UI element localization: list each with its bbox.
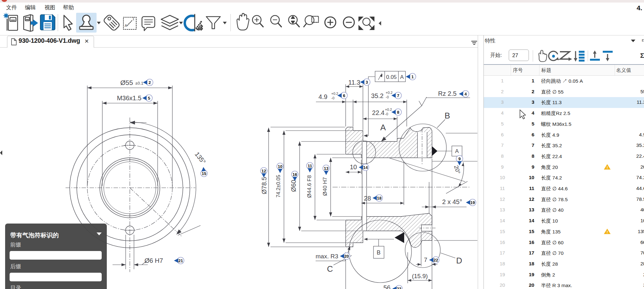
svg-text:1: 1 bbox=[411, 74, 413, 79]
svg-text:1: 1 bbox=[132, 17, 134, 21]
svg-text:Ø44.6 F8: Ø44.6 F8 bbox=[306, 175, 312, 198]
svg-text:12: 12 bbox=[262, 169, 266, 173]
svg-text:2: 2 bbox=[148, 80, 151, 85]
svg-text:19: 19 bbox=[470, 200, 475, 205]
svg-text:18: 18 bbox=[377, 196, 381, 201]
svg-text:Ø40 H7: Ø40 H7 bbox=[322, 177, 328, 196]
svg-text:11: 11 bbox=[308, 164, 312, 168]
svg-text:-0: -0 bbox=[385, 112, 388, 116]
svg-text:M36x1.5: M36x1.5 bbox=[117, 95, 142, 102]
svg-text:3: 3 bbox=[365, 80, 368, 85]
svg-text:20°: 20° bbox=[453, 164, 461, 175]
svg-text:+0.2: +0.2 bbox=[386, 91, 393, 95]
svg-text:135°: 135° bbox=[193, 151, 207, 165]
svg-text:13: 13 bbox=[324, 166, 328, 171]
svg-text:4.9: 4.9 bbox=[318, 93, 327, 100]
svg-text:(15.9): (15.9) bbox=[412, 273, 428, 279]
svg-text:22.4: 22.4 bbox=[372, 109, 385, 116]
svg-text:Rz 2.5: Rz 2.5 bbox=[438, 90, 457, 97]
svg-text:21: 21 bbox=[178, 258, 183, 263]
svg-text:+0.2: +0.2 bbox=[331, 92, 338, 95]
svg-text:11.3: 11.3 bbox=[348, 79, 360, 86]
svg-text:Ø60: Ø60 bbox=[290, 180, 297, 192]
svg-text:5: 5 bbox=[148, 96, 150, 101]
svg-text:4: 4 bbox=[464, 92, 467, 96]
svg-text:28: 28 bbox=[364, 195, 371, 202]
svg-text:56: 56 bbox=[383, 284, 390, 289]
svg-text:0.05: 0.05 bbox=[386, 74, 397, 80]
svg-text:+0.2: +0.2 bbox=[385, 108, 392, 111]
svg-text:2 x 45°: 2 x 45° bbox=[442, 198, 462, 205]
svg-text:23: 23 bbox=[397, 286, 401, 289]
svg-text:A: A bbox=[125, 24, 127, 27]
svg-text:74.2±0.05: 74.2±0.05 bbox=[276, 175, 281, 197]
svg-text:-0: -0 bbox=[386, 95, 389, 99]
svg-text:C: C bbox=[327, 264, 333, 274]
svg-text:22: 22 bbox=[434, 258, 438, 262]
svg-text:14: 14 bbox=[363, 165, 368, 170]
svg-text:16: 16 bbox=[293, 172, 297, 177]
svg-text:10: 10 bbox=[278, 164, 282, 169]
svg-text:35.2: 35.2 bbox=[371, 92, 384, 99]
svg-text:A: A bbox=[455, 148, 459, 154]
svg-text:20: 20 bbox=[344, 254, 349, 259]
svg-text:-0: -0 bbox=[331, 96, 334, 100]
svg-text:!: ! bbox=[607, 230, 608, 234]
svg-text:10: 10 bbox=[350, 164, 357, 171]
svg-text:!: ! bbox=[607, 166, 608, 170]
svg-text:Ø78.5: Ø78.5 bbox=[261, 177, 268, 194]
svg-text:max. R3: max. R3 bbox=[316, 253, 338, 260]
svg-text:15: 15 bbox=[202, 171, 206, 176]
svg-text:D: D bbox=[456, 256, 462, 265]
svg-text:Ø55: Ø55 bbox=[120, 79, 133, 86]
svg-text:7: 7 bbox=[397, 93, 399, 98]
svg-text:9: 9 bbox=[458, 156, 460, 161]
svg-text:±0.1: ±0.1 bbox=[135, 81, 143, 86]
svg-text:B: B bbox=[444, 111, 450, 120]
svg-text:B: B bbox=[377, 249, 381, 256]
svg-text:A: A bbox=[380, 123, 386, 132]
svg-text:8: 8 bbox=[397, 110, 399, 115]
svg-text:7: 7 bbox=[424, 256, 428, 263]
svg-text:Ø6 H7: Ø6 H7 bbox=[145, 257, 163, 264]
svg-text:6: 6 bbox=[343, 93, 345, 98]
svg-text:A: A bbox=[400, 74, 404, 80]
